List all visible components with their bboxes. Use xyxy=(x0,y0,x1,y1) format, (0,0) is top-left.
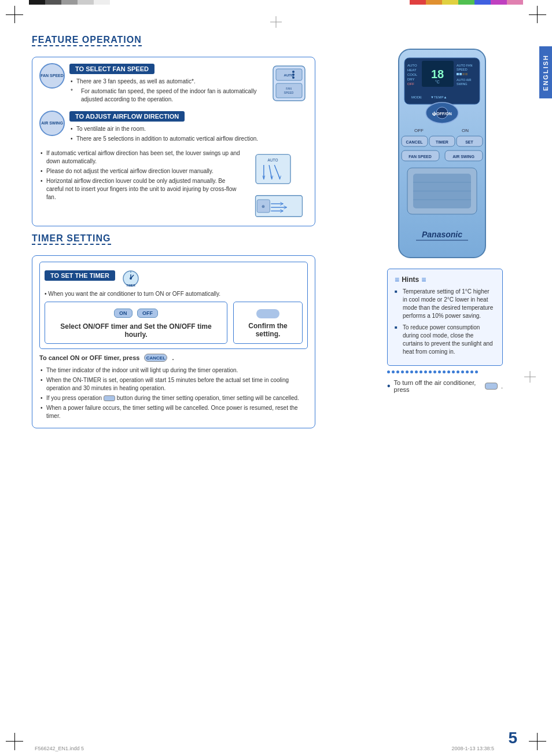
svg-text:ON: ON xyxy=(462,128,469,133)
dot xyxy=(419,370,422,373)
feature-operation-box: FAN SPEED TO SELECT FAN SPEED There are … xyxy=(32,57,315,226)
airflow-extra-list: If automatic vertical airflow direction … xyxy=(39,149,243,201)
set-btn-mini xyxy=(256,309,279,318)
svg-text:SET: SET xyxy=(465,140,473,144)
left-column: FEATURE OPERATION FAN SPEED TO SELECT FA… xyxy=(32,35,315,428)
timer-icon: TIMER xyxy=(121,267,141,287)
timer-subtitle: TO SET THE TIMER xyxy=(45,270,115,281)
english-label: ENGLISH xyxy=(542,54,549,91)
airflow-bullet-1: To ventilate air in the room. xyxy=(69,125,308,133)
fan-bullet-2: For automatic fan speed, the speed of th… xyxy=(69,87,266,104)
feature-operation-title: FEATURE OPERATION xyxy=(32,35,142,46)
dot xyxy=(424,370,427,373)
dot xyxy=(392,370,395,373)
airflow-bullet-2: There are 5 selections in addition to au… xyxy=(69,135,308,143)
crosshair-right xyxy=(524,371,536,385)
footer-btn-img xyxy=(485,383,498,390)
svg-text:MODE: MODE xyxy=(411,96,422,99)
fan-speed-diagram: AUTO FAN SPEED xyxy=(270,63,308,106)
dot xyxy=(438,370,441,373)
svg-point-8 xyxy=(292,74,295,76)
color-bars-top-left xyxy=(29,0,110,5)
svg-text:SPEED: SPEED xyxy=(284,91,294,94)
dot xyxy=(461,370,464,373)
dot xyxy=(447,370,450,373)
airflow-subtitle: TO ADJUST AIRFLOW DIRECTION xyxy=(69,111,185,122)
horizontal-airflow-svg: ⊕ xyxy=(250,194,308,218)
airflow-content: TO ADJUST AIRFLOW DIRECTION To ventilate… xyxy=(69,111,308,145)
svg-text:AUTO AIR: AUTO AIR xyxy=(457,78,472,82)
svg-rect-42 xyxy=(457,73,459,75)
timer-bullet-1: The timer indicator of the indoor unit w… xyxy=(39,366,308,375)
airflow-extra-1: If automatic vertical airflow direction … xyxy=(39,149,243,166)
fan-bullet-1: There are 3 fan speeds, as well as autom… xyxy=(69,78,266,86)
reg-mark-bl xyxy=(6,727,29,750)
vertical-airflow-svg: AUTO xyxy=(250,152,296,186)
svg-text:HEAT: HEAT xyxy=(407,68,417,72)
timer-bullet-4: When a power failure occurs, the timer s… xyxy=(39,404,308,420)
timer-bullet-3: If you press operation button during the… xyxy=(39,394,308,402)
cancel-btn-label: CANCEL xyxy=(145,354,167,362)
dot xyxy=(387,370,390,373)
svg-text:OFF: OFF xyxy=(414,128,424,133)
svg-text:AUTO FAN: AUTO FAN xyxy=(457,64,472,67)
svg-rect-45 xyxy=(465,73,468,75)
main-content: FEATURE OPERATION FAN SPEED TO SELECT FA… xyxy=(32,35,520,721)
reg-mark-br xyxy=(523,727,546,750)
dot xyxy=(443,370,446,373)
timer-confirm-col: Confirm the setting. xyxy=(233,302,303,344)
svg-text:AUTO: AUTO xyxy=(268,158,278,162)
off-btn-mini: OFF xyxy=(137,309,158,318)
page-number: 5 xyxy=(508,729,517,747)
timer-confirm-label: Confirm the setting. xyxy=(238,322,297,338)
dot xyxy=(475,370,478,373)
reg-mark-tr xyxy=(523,6,546,29)
hints-list: Temperature setting of 1°C higher in coo… xyxy=(395,288,495,356)
set-btn-container xyxy=(238,309,297,318)
remote-control-svg: AUTO HEAT COOL DRY OFF 18 °C AUTO FAN SP… xyxy=(387,46,497,260)
svg-text:18: 18 xyxy=(431,68,444,80)
on-off-mini-buttons: ON OFF xyxy=(50,307,222,319)
svg-text:AUTO: AUTO xyxy=(407,64,417,67)
timer-setting-heading: TIMER SETTING xyxy=(32,233,315,249)
footer-note: • To turn off the air conditioner, press… xyxy=(387,379,503,393)
svg-text:TIMER: TIMER xyxy=(436,140,448,144)
airflow-extra: If automatic vertical airflow direction … xyxy=(39,149,308,220)
svg-text:AUTO: AUTO xyxy=(284,74,294,77)
svg-text:⏻OFF/ON: ⏻OFF/ON xyxy=(432,111,451,116)
dot xyxy=(429,370,432,373)
hint-1: Temperature setting of 1°C higher in coo… xyxy=(395,288,495,320)
hints-box: Hints Temperature setting of 1°C higher … xyxy=(387,269,503,366)
dot xyxy=(396,370,399,373)
reg-mark-tl xyxy=(6,6,29,29)
fan-speed-icon: FAN SPEED xyxy=(39,63,65,89)
color-bars-top-right xyxy=(410,0,523,5)
timer-bullet-2: When the ON-TIMER is set, operation will… xyxy=(39,376,308,392)
airflow-diagrams: AUTO xyxy=(250,149,308,220)
svg-text:Panasonic: Panasonic xyxy=(422,230,462,239)
dot xyxy=(457,370,459,373)
svg-text:AIR SWING: AIR SWING xyxy=(452,155,474,159)
file-info-left: F566242_EN1.indd 5 xyxy=(35,746,84,751)
airflow-extra-3: Horizontal airflow direction louver coul… xyxy=(39,177,243,201)
svg-text:DRY: DRY xyxy=(407,78,415,81)
airflow-circle: AIR SWING xyxy=(39,111,65,136)
dot xyxy=(401,370,404,373)
airflow-icon: AIR SWING xyxy=(39,111,65,136)
dot xyxy=(415,370,418,373)
timer-header-row: TO SET THE TIMER TIMER xyxy=(45,267,303,287)
fan-speed-content: TO SELECT FAN SPEED There are 3 fan spee… xyxy=(69,63,266,105)
dot xyxy=(406,370,409,373)
svg-point-7 xyxy=(292,71,295,73)
timer-select-label: Select ON/OFF timer and Set the ON/OFF t… xyxy=(50,322,222,339)
timer-bullets: The timer indicator of the indoor unit w… xyxy=(39,366,308,420)
svg-text:°C: °C xyxy=(435,80,440,84)
svg-text:OFF: OFF xyxy=(407,82,414,86)
cancel-period: . xyxy=(172,354,174,361)
cancel-btn-img: CANCEL xyxy=(144,354,167,362)
footer-period: . xyxy=(501,383,503,390)
fan-speed-subtitle: TO SELECT FAN SPEED xyxy=(69,64,154,74)
fan-speed-circle: FAN SPEED xyxy=(39,63,65,89)
dot xyxy=(470,370,473,373)
svg-text:▼TEMP▲: ▼TEMP▲ xyxy=(430,96,447,99)
